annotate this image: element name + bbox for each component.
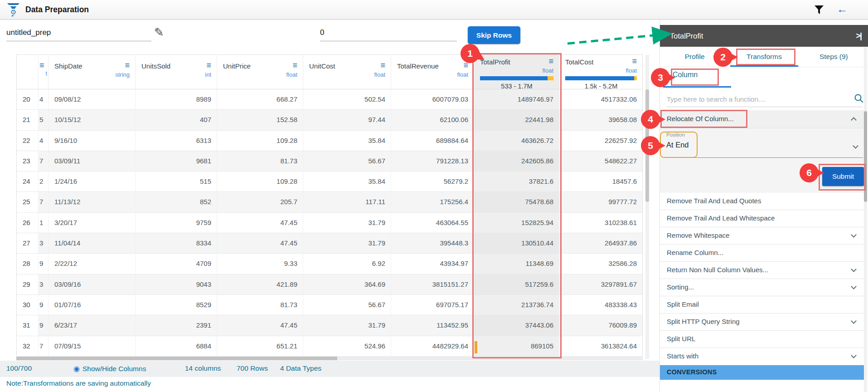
partial-column-header[interactable]: ≡ t [39, 55, 48, 89]
column-menu-icon[interactable]: ≡ [125, 62, 130, 69]
cell-unitcost[interactable]: 35.84 [303, 131, 391, 151]
column-header-unitcost[interactable]: UnitCost≡ float [303, 55, 391, 89]
cell-shipdate[interactable]: 07/09/15 [48, 336, 136, 357]
cell-id-fragment[interactable]: 5 [39, 110, 48, 130]
cell-unitprice[interactable]: 109.28 [217, 172, 303, 192]
cell-id-fragment[interactable]: 9 [39, 315, 48, 336]
cell-totalrevenue[interactable]: 791228.13 [391, 151, 474, 172]
cell-totalrevenue[interactable]: 56279.2 [391, 172, 474, 192]
cell-totalcost[interactable]: 483338.43 [559, 295, 642, 315]
cell-totalrevenue[interactable]: 43934.97 [391, 254, 474, 274]
column-menu-icon[interactable]: ≡ [632, 58, 637, 64]
function-list-item[interactable]: Remove Whitespace [660, 227, 864, 245]
cell-totalprofit[interactable]: 463626.72 [474, 131, 559, 151]
cell-totalprofit[interactable]: 152825.94 [474, 213, 559, 233]
cell-id-fragment[interactable]: 4 [39, 131, 48, 151]
cell-totalcost[interactable]: 76009.89 [559, 315, 642, 336]
prep-name-input[interactable] [6, 28, 151, 41]
cell-unitssold[interactable]: 8334 [136, 233, 217, 254]
cell-totalprofit[interactable]: 75478.68 [474, 192, 559, 212]
cell-unitprice[interactable]: 81.73 [217, 151, 303, 172]
function-list-item[interactable]: Remove Trail And Lead Quotes [660, 193, 864, 210]
cell-shipdate[interactable]: 09/08/12 [48, 89, 136, 110]
cell-totalrevenue[interactable]: 463064.55 [391, 213, 474, 233]
search-icon[interactable] [854, 93, 864, 103]
cell-shipdate[interactable]: 3/20/17 [48, 213, 136, 233]
cell-shipdate[interactable]: 6/23/17 [48, 315, 136, 336]
cell-unitprice[interactable]: 651.21 [217, 336, 303, 357]
column-menu-icon[interactable]: ≡ [206, 62, 211, 69]
subtab-column[interactable]: Column [673, 71, 698, 79]
cell-shipdate[interactable]: 03/09/16 [48, 274, 136, 295]
cell-totalcost[interactable]: 264937.86 [559, 233, 642, 254]
skip-rows-button[interactable]: Skip Rows [468, 26, 520, 44]
cell-unitprice[interactable]: 421.89 [217, 274, 303, 295]
cell-totalprofit[interactable]: 213736.74 [474, 295, 559, 315]
column-menu-icon[interactable]: ≡ [292, 62, 297, 69]
cell-shipdate[interactable]: 1/24/16 [48, 172, 136, 192]
function-list-item[interactable]: Remove Trail And Lead Whitespace [660, 210, 864, 227]
cell-id-fragment[interactable]: 7 [39, 192, 48, 212]
vertical-scrollbar[interactable] [645, 55, 649, 359]
panel-scrollbar[interactable] [864, 47, 867, 392]
function-list-item[interactable]: Split URL [660, 331, 864, 348]
cell-id-fragment[interactable]: 3 [39, 233, 48, 254]
cell-totalcost[interactable]: 18457.6 [559, 172, 642, 192]
cell-totalcost[interactable]: 99777.72 [559, 192, 642, 212]
cell-unitssold[interactable]: 2391 [136, 315, 217, 336]
conversions-section-header[interactable]: CONVERSIONS [660, 365, 864, 380]
cell-unitprice[interactable]: 47.45 [217, 315, 303, 336]
cell-totalcost[interactable]: 32586.28 [559, 254, 642, 274]
cell-totalcost[interactable]: 3297891.67 [559, 274, 642, 295]
function-list-item[interactable]: Rename Column... [660, 245, 864, 262]
cell-shipdate[interactable]: 11/13/12 [48, 192, 136, 212]
tab-steps[interactable]: Steps (9) [799, 47, 868, 67]
cell-unitcost[interactable]: 502.54 [303, 89, 391, 110]
cell-unitcost[interactable]: 117.11 [303, 192, 391, 212]
cell-totalrevenue[interactable]: 175256.4 [391, 192, 474, 212]
chevron-up-icon[interactable] [851, 117, 857, 123]
skip-rows-input[interactable] [320, 28, 457, 41]
column-menu-icon[interactable]: ≡ [39, 62, 44, 69]
cell-shipdate[interactable]: 9/16/10 [48, 131, 136, 151]
chevron-down-icon[interactable] [853, 143, 858, 149]
column-menu-icon[interactable]: ≡ [463, 62, 468, 69]
cell-shipdate[interactable]: 01/07/16 [48, 295, 136, 315]
cell-totalprofit[interactable]: 37443.06 [474, 315, 559, 336]
cell-totalprofit[interactable]: 11348.69 [474, 254, 559, 274]
cell-totalprofit[interactable]: 22441.98 [474, 110, 559, 130]
cell-unitcost[interactable]: 56.67 [303, 295, 391, 315]
edit-pencil-icon[interactable]: ✎ [154, 25, 164, 39]
column-header-unitssold[interactable]: UnitsSold≡ int [136, 55, 217, 89]
function-list-item[interactable]: Sorting... [660, 279, 864, 296]
cell-shipdate[interactable]: 2/22/12 [48, 254, 136, 274]
cell-unitprice[interactable]: 47.45 [217, 213, 303, 233]
cell-unitprice[interactable]: 109.28 [217, 131, 303, 151]
cell-shipdate[interactable]: 11/04/14 [48, 233, 136, 254]
cell-unitprice[interactable]: 205.7 [217, 192, 303, 212]
position-select-value[interactable]: At End [666, 141, 689, 149]
cell-unitcost[interactable]: 31.79 [303, 315, 391, 336]
cell-unitcost[interactable]: 56.67 [303, 151, 391, 172]
function-list-item[interactable]: Split Email [660, 296, 864, 314]
cell-totalrevenue[interactable]: 697075.17 [391, 295, 474, 315]
cell-unitssold[interactable]: 6313 [136, 131, 217, 151]
function-relocate-of-column[interactable]: Relocate Of Column... [660, 110, 864, 128]
column-header-totalprofit[interactable]: TotalProfit≡ float 533 - 1.7M [474, 55, 559, 89]
collapse-panel-icon[interactable]: >| [856, 25, 861, 47]
cell-id-fragment[interactable]: 9 [39, 295, 48, 315]
cell-id-fragment[interactable]: 7 [39, 336, 48, 357]
cell-unitssold[interactable]: 9043 [136, 274, 217, 295]
cell-id-fragment[interactable]: 9 [39, 254, 48, 274]
submit-button[interactable]: Submit [822, 167, 864, 186]
filter-icon[interactable] [814, 5, 824, 15]
show-hide-columns-button[interactable]: ◉Show/Hide Columns [73, 364, 146, 373]
cell-totalcost[interactable]: 4517332.06 [559, 89, 642, 110]
cell-unitcost[interactable]: 364.69 [303, 274, 391, 295]
cell-unitprice[interactable]: 81.73 [217, 295, 303, 315]
cell-id-fragment[interactable]: 7 [39, 151, 48, 172]
column-menu-icon[interactable]: ≡ [380, 62, 385, 69]
cell-id-fragment[interactable]: 1 [39, 213, 48, 233]
cell-totalprofit[interactable]: 517259.6 [474, 274, 559, 295]
cell-unitprice[interactable]: 668.27 [217, 89, 303, 110]
